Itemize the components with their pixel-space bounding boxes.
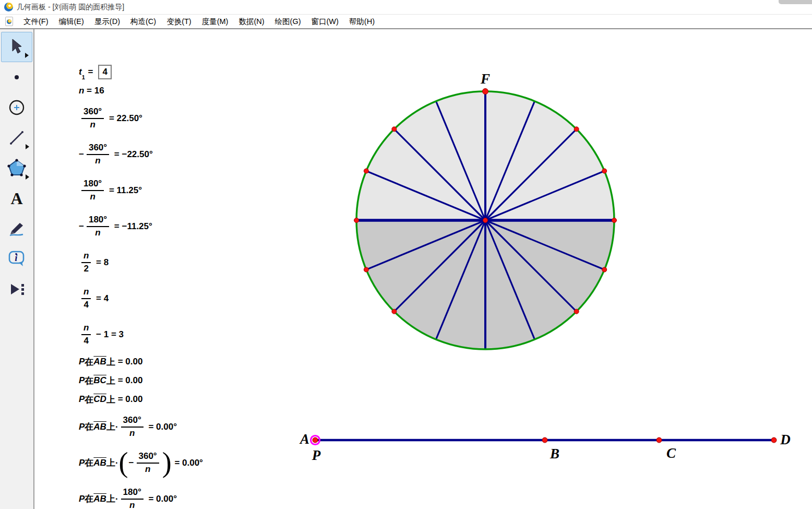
- submenu-arrow-icon: [25, 53, 29, 58]
- geometry-layer: [34, 29, 811, 509]
- tool-information[interactable]: i: [1, 244, 32, 274]
- polygon-icon: [7, 158, 27, 178]
- submenu-arrow-icon: [26, 144, 29, 149]
- point-F[interactable]: [483, 89, 488, 94]
- submenu-arrow-icon: [26, 174, 29, 180]
- circle-point-157.5[interactable]: [364, 169, 368, 173]
- tool-compass[interactable]: [1, 92, 32, 123]
- document-icon: [5, 17, 13, 26]
- window-controls[interactable]: [779, 0, 812, 4]
- svg-text:A: A: [10, 189, 22, 208]
- circle-point-315[interactable]: [574, 309, 579, 314]
- circle-point-0[interactable]: [612, 218, 617, 223]
- menu-item-transform[interactable]: 变换(T): [161, 15, 197, 28]
- tool-palette: A i: [0, 29, 34, 509]
- sketch-canvas[interactable]: t1 = 4n = 16360°n = 22.50°−360°n = −22.5…: [34, 29, 812, 509]
- menu-bar: 文件(F)编辑(E)显示(D)构造(C)变换(T)度量(M)数据(N)绘图(G)…: [0, 14, 812, 28]
- circle-point-202.5[interactable]: [364, 267, 368, 272]
- point-C[interactable]: [656, 437, 662, 443]
- segment-icon: [8, 129, 26, 147]
- menu-item-file[interactable]: 文件(F): [18, 15, 54, 28]
- tool-selection-arrow[interactable]: [1, 32, 32, 62]
- title-bar: 几何画板 - [刘雨萌 圆的面积推导]: [0, 0, 812, 14]
- point-icon: [11, 72, 22, 82]
- arrow-cursor-icon: [8, 38, 26, 56]
- custom-tool-icon: [7, 280, 26, 298]
- info-bubble-icon: i: [7, 250, 26, 268]
- circle-center-point[interactable]: [483, 218, 488, 223]
- menu-item-construct[interactable]: 构造(C): [125, 15, 161, 28]
- tool-text[interactable]: A: [1, 183, 32, 214]
- circle-point-135[interactable]: [392, 127, 397, 132]
- text-a-icon: A: [8, 189, 26, 208]
- point-label-P[interactable]: P: [312, 448, 321, 463]
- point-label-F[interactable]: F: [481, 72, 490, 86]
- point-A[interactable]: [313, 437, 318, 443]
- circle-point-337.5[interactable]: [602, 267, 607, 272]
- menu-item-help[interactable]: 帮助(H): [344, 15, 380, 28]
- app-logo-icon: [4, 3, 13, 11]
- tool-straightedge[interactable]: [1, 123, 32, 153]
- point-label-B[interactable]: B: [550, 447, 559, 461]
- point-label-C[interactable]: C: [666, 446, 676, 460]
- point-label-A[interactable]: A: [300, 432, 309, 446]
- marker-pen-icon: [7, 220, 26, 238]
- point-label-D[interactable]: D: [780, 433, 791, 447]
- point-B[interactable]: [542, 437, 547, 443]
- tool-point[interactable]: [1, 62, 32, 92]
- work-area: A i: [0, 28, 812, 509]
- menu-items: 文件(F)编辑(E)显示(D)构造(C)变换(T)度量(M)数据(N)绘图(G)…: [18, 15, 380, 28]
- circle-point-225[interactable]: [392, 309, 397, 314]
- circle-point-180[interactable]: [354, 218, 359, 223]
- tool-marker[interactable]: [1, 214, 32, 244]
- circle-point-45[interactable]: [574, 127, 579, 132]
- menu-item-display[interactable]: 显示(D): [89, 15, 125, 28]
- menu-item-measure[interactable]: 度量(M): [197, 15, 234, 28]
- menu-item-graph[interactable]: 绘图(G): [270, 15, 306, 28]
- menu-item-data[interactable]: 数据(N): [233, 15, 269, 28]
- window-title: 几何画板 - [刘雨萌 圆的面积推导]: [17, 3, 124, 12]
- tool-polygon[interactable]: [1, 153, 32, 183]
- menu-item-edit[interactable]: 编辑(E): [54, 15, 89, 28]
- menu-item-window[interactable]: 窗口(W): [306, 15, 343, 28]
- compass-circle-icon: [8, 99, 26, 116]
- circle-point-22.5[interactable]: [602, 169, 607, 173]
- point-D[interactable]: [771, 437, 777, 443]
- tool-custom[interactable]: [1, 274, 32, 304]
